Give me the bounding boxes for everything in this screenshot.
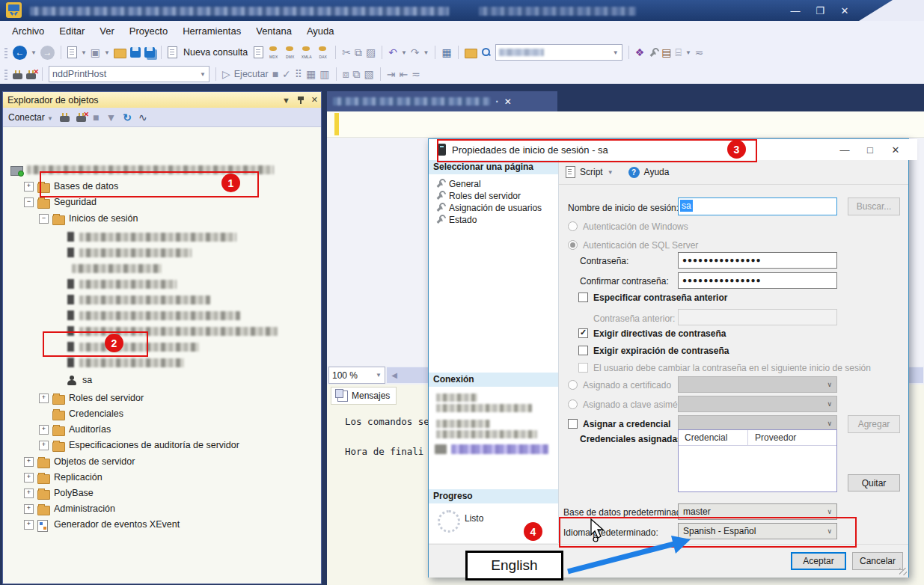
copy-icon[interactable]: ⧉ bbox=[355, 46, 362, 58]
page-item-user-mapping[interactable]: Asignación de usuarios bbox=[435, 202, 542, 213]
hscroll-left-arrow[interactable]: ◀ bbox=[387, 367, 402, 383]
ok-button[interactable]: Aceptar bbox=[791, 552, 846, 570]
cut-icon[interactable]: ✂ bbox=[342, 46, 351, 58]
tree-row-sa[interactable]: sa bbox=[3, 373, 321, 388]
tree-row-credentials[interactable]: Credenciales bbox=[3, 406, 321, 422]
query-editor-tab[interactable]: ▪ ✕ bbox=[327, 91, 557, 111]
toolbar-grip[interactable] bbox=[4, 46, 7, 58]
oe-connect-icon[interactable] bbox=[60, 116, 70, 122]
tree-row-audit-specs[interactable]: + Especificaciones de auditoría de servi… bbox=[3, 438, 321, 453]
restore-button[interactable]: ❐ bbox=[810, 3, 830, 18]
password-input[interactable]: ●●●●●●●●●●●●●●● bbox=[678, 252, 837, 269]
confirm-password-input[interactable]: ●●●●●●●●●●●●●●● bbox=[678, 272, 837, 289]
new-query-button[interactable]: Nueva consulta bbox=[181, 47, 250, 58]
tree-row-login-redacted[interactable] bbox=[3, 307, 321, 323]
enforce-policy-checkbox[interactable] bbox=[578, 328, 588, 338]
new-item-icon[interactable] bbox=[67, 46, 77, 58]
expander-icon[interactable]: + bbox=[24, 473, 34, 483]
messages-tab[interactable]: Mensajes bbox=[331, 387, 397, 405]
help-button[interactable]: Ayuda bbox=[644, 167, 670, 177]
comment-icon[interactable]: ▧ bbox=[364, 68, 373, 80]
mdx-query-icon[interactable]: MDX bbox=[267, 46, 280, 59]
oe-disconnect-icon[interactable]: ✕ bbox=[76, 116, 86, 122]
tree-row-login-redacted[interactable] bbox=[3, 245, 321, 260]
tree-row-login-redacted[interactable] bbox=[3, 355, 321, 370]
specify-old-password-checkbox[interactable] bbox=[578, 292, 588, 302]
add-button[interactable]: Agregar bbox=[848, 415, 900, 433]
xmla-query-icon[interactable]: XMLA bbox=[300, 46, 313, 59]
page-item-server-roles[interactable]: Roles del servidor bbox=[435, 190, 521, 201]
script-button[interactable]: Script bbox=[580, 167, 603, 177]
dialog-resize-grip[interactable] bbox=[899, 568, 907, 575]
tree-row-polybase[interactable]: + PolyBase bbox=[3, 486, 321, 501]
zoom-combo[interactable]: 100 % ▼ bbox=[328, 367, 385, 384]
add-project-item-icon[interactable]: ▣ bbox=[91, 46, 100, 58]
tree-row-audits[interactable]: + Auditorías bbox=[3, 422, 321, 438]
console-dropdown-icon[interactable]: ▼ bbox=[685, 49, 691, 56]
dax-query-icon[interactable]: DAX bbox=[316, 46, 329, 59]
paste-icon[interactable]: ▨ bbox=[366, 46, 376, 58]
dmx-query-icon[interactable]: DMX bbox=[284, 46, 296, 59]
menu-herramientas[interactable]: Herramientas bbox=[175, 23, 248, 39]
window-position-icon[interactable]: ▼ bbox=[282, 96, 290, 105]
cancel-button[interactable]: Cancelar bbox=[852, 552, 903, 570]
tree-row-replication[interactable]: + Replicación bbox=[3, 470, 321, 486]
tree-row-login-redacted[interactable] bbox=[3, 276, 321, 292]
tree-row-xevent[interactable]: + Generador de eventos XEvent bbox=[3, 517, 321, 533]
redo-icon[interactable]: ↷ bbox=[411, 46, 420, 58]
xe-profiler-icon[interactable]: ❖ bbox=[635, 46, 645, 58]
open-file-icon[interactable] bbox=[114, 49, 126, 58]
showplan-icon[interactable]: ⠿ bbox=[295, 68, 302, 80]
toolbar2-overflow-icon[interactable]: ≂ bbox=[411, 68, 420, 80]
undo-icon[interactable]: ↶ bbox=[388, 46, 397, 58]
dialog-minimize-icon[interactable]: — bbox=[832, 139, 857, 160]
dialog-maximize-icon[interactable]: □ bbox=[857, 139, 883, 160]
tree-row-management[interactable]: + Administración bbox=[3, 501, 321, 517]
database-query-icon[interactable] bbox=[254, 46, 263, 58]
menu-proyecto[interactable]: Proyecto bbox=[122, 23, 175, 39]
tree-row-server-objects[interactable]: + Objetos de servidor bbox=[3, 454, 321, 470]
minimize-button[interactable]: — bbox=[786, 3, 805, 18]
dialog-close-icon[interactable]: ✕ bbox=[883, 139, 908, 160]
connect-button[interactable]: Conectar ▼ bbox=[8, 112, 53, 123]
tools-wrench-icon[interactable] bbox=[648, 48, 658, 58]
zoom-dropdown-icon[interactable]: ▼ bbox=[376, 372, 382, 379]
disconnect-plug-icon[interactable]: ✕ bbox=[26, 73, 36, 79]
expander-icon[interactable]: − bbox=[24, 197, 34, 207]
add-item-dropdown-icon[interactable]: ▼ bbox=[104, 49, 110, 56]
panel-close-icon[interactable]: ✕ bbox=[311, 95, 318, 105]
menu-ver[interactable]: Ver bbox=[92, 23, 122, 39]
results-grid-icon[interactable]: ▦ bbox=[306, 68, 316, 80]
expander-icon[interactable]: + bbox=[24, 457, 34, 467]
execute-button[interactable]: Ejecutar bbox=[234, 69, 269, 79]
close-button[interactable]: ✕ bbox=[835, 3, 854, 18]
tab-close-icon[interactable]: ✕ bbox=[504, 97, 512, 107]
back-dropdown-icon[interactable]: ▼ bbox=[31, 49, 37, 56]
toolbar-overflow-icon[interactable]: ≂ bbox=[695, 46, 704, 58]
refresh-icon[interactable]: ↻ bbox=[123, 111, 132, 123]
menu-editar[interactable]: Editar bbox=[52, 23, 92, 39]
enforce-expiration-checkbox[interactable] bbox=[578, 346, 588, 355]
pin-icon[interactable] bbox=[297, 96, 305, 105]
expander-icon[interactable]: + bbox=[24, 182, 34, 192]
tree-row-server-roles[interactable]: + Roles del servidor bbox=[3, 390, 321, 406]
menu-ayuda[interactable]: Ayuda bbox=[299, 23, 342, 39]
connect-plug-icon[interactable] bbox=[13, 73, 22, 79]
save-all-icon[interactable] bbox=[144, 47, 155, 58]
tree-row-logins[interactable]: − Inicios de sesión bbox=[3, 211, 321, 227]
indent-icon[interactable]: ⇥ bbox=[387, 68, 396, 80]
expander-icon[interactable]: − bbox=[39, 214, 49, 224]
object-explorer-header[interactable]: Explorador de objetos ▼ ✕ bbox=[3, 92, 321, 108]
navigate-back-icon[interactable]: ← bbox=[13, 46, 27, 60]
results-text-icon[interactable]: ▥ bbox=[319, 68, 329, 80]
remove-button[interactable]: Quitar bbox=[848, 474, 900, 491]
toolbar-grip-2[interactable] bbox=[4, 68, 7, 80]
script-dropdown-icon[interactable]: ▼ bbox=[608, 169, 614, 176]
search-combo[interactable]: ▼ bbox=[495, 44, 622, 61]
intellisense-icon[interactable]: ⧉ bbox=[352, 68, 360, 80]
activity-monitor-icon[interactable]: ▦ bbox=[441, 46, 451, 58]
tree-row-login-redacted[interactable] bbox=[3, 260, 321, 276]
query-options-icon[interactable]: ⧈ bbox=[343, 68, 349, 80]
console-icon[interactable]: ⌸ bbox=[675, 46, 681, 58]
map-credential-checkbox[interactable] bbox=[568, 419, 578, 429]
